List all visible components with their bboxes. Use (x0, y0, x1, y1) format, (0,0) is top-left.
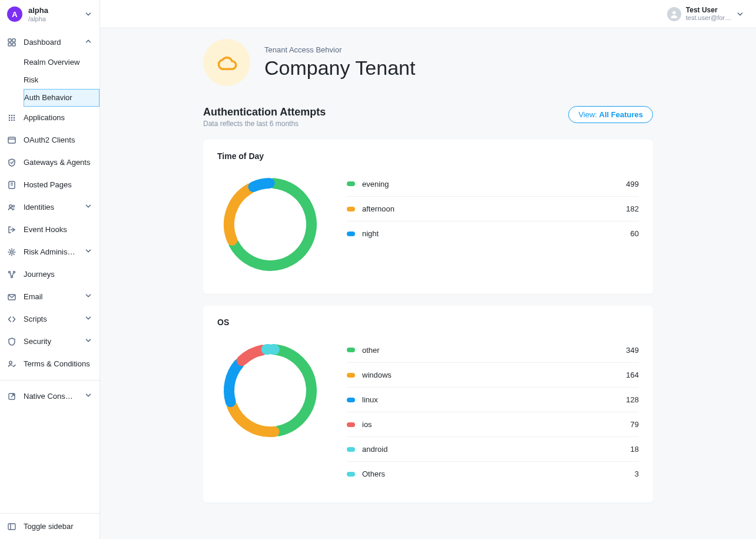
sidebar-item[interactable]: Native Consoles (0, 385, 100, 408)
sidebar-item-label: Risk Administration (24, 247, 77, 256)
sidebar-item-label: Event Hooks (24, 225, 92, 234)
sidebar-item[interactable]: Identities (0, 196, 100, 219)
sidebar-item[interactable]: Risk Administration (0, 241, 100, 263)
sidebar-subitem[interactable]: Risk (24, 71, 100, 89)
sidebar-item[interactable]: Event Hooks (0, 219, 100, 241)
legend-swatch (347, 447, 355, 452)
legend-label: night (362, 229, 624, 238)
legend-row: android18 (347, 437, 639, 461)
sidebar-item[interactable]: Dashboard (0, 31, 100, 54)
tenant-path: /alpha (28, 15, 78, 23)
sidebar-item-label: Hosted Pages (24, 180, 92, 189)
sidebar-item[interactable]: Journeys (0, 263, 100, 286)
user-email: test.user@for… (686, 14, 731, 21)
sidebar-item[interactable]: Email (0, 286, 100, 308)
legend-swatch (347, 207, 355, 211)
legend-swatch (347, 398, 355, 402)
sidebar-item-label: Gateways & Agents (24, 158, 92, 167)
shield-icon (7, 158, 16, 167)
sidebar-item-label: Security (24, 337, 77, 346)
sidebar-item-label: Journeys (24, 270, 92, 279)
legend-swatch (347, 181, 355, 186)
chevron-down-icon (84, 336, 92, 346)
sidebar-subitem-label: Risk (24, 75, 92, 84)
user-menu[interactable]: Test User test.user@for… (667, 6, 744, 21)
sidebar-item[interactable]: Scripts (0, 308, 100, 330)
topbar: Test User test.user@for… (100, 0, 756, 28)
chevron-down-icon (736, 10, 744, 18)
legend-label: Others (362, 469, 628, 478)
sidebar-item[interactable]: OAuth2 Clients (0, 129, 100, 151)
legend-swatch (347, 373, 355, 378)
legend-row: evening499 (347, 171, 639, 196)
sidebar-item[interactable]: Applications (0, 107, 100, 129)
toggle-sidebar-button[interactable]: Toggle sidebar (0, 513, 100, 539)
legend-label: afternoon (362, 204, 619, 213)
legend-label: other (362, 346, 619, 355)
legend-label: evening (362, 180, 619, 189)
chart-title: OS (217, 318, 639, 327)
exit-icon (7, 225, 16, 234)
donut-chart (217, 171, 323, 277)
sidebar-nav: DashboardRealm OverviewRiskAuth Behavior… (0, 29, 100, 513)
sidebar-item-label: Email (24, 292, 77, 301)
view-filter-value: All Features (599, 110, 643, 119)
chart-legend: other349windows164linux128ios79android18… (347, 338, 639, 486)
sidebar-item-label: Terms & Conditions (24, 359, 92, 368)
flow-icon (7, 270, 16, 279)
chevron-down-icon (84, 292, 92, 302)
apps-icon (7, 113, 16, 123)
page-icon (7, 180, 16, 190)
people-icon (7, 203, 16, 212)
sidebar-subitem-label: Realm Overview (24, 58, 92, 67)
page-title: Company Tenant (264, 57, 415, 80)
sidebar-subitem[interactable]: Auth Behavior (24, 89, 100, 107)
legend-row: afternoon182 (347, 196, 639, 221)
sidebar-icon (7, 522, 16, 531)
sidebar-item-label: Scripts (24, 315, 77, 323)
section-subtitle: Data reflects the last 6 months (203, 120, 326, 128)
legend-swatch (347, 422, 355, 427)
user-avatar-icon (667, 7, 681, 21)
tenant-name: alpha (28, 6, 78, 15)
legend-value: 18 (631, 445, 639, 454)
tenant-switcher[interactable]: A alpha /alpha (0, 0, 100, 29)
mail-icon (7, 292, 16, 302)
view-filter-button[interactable]: View: All Features (568, 106, 653, 123)
shield-o-icon (7, 337, 16, 346)
legend-value: 128 (626, 395, 639, 404)
cloud-icon (203, 39, 250, 86)
chevron-down-icon (84, 247, 92, 257)
chart-card: Time of Dayevening499afternoon182night60 (203, 140, 653, 294)
sidebar-item[interactable]: Gateways & Agents (0, 151, 100, 174)
sidebar-divider (0, 380, 100, 381)
legend-row: windows164 (347, 362, 639, 387)
person-check-icon (7, 359, 16, 369)
user-name: Test User (686, 6, 731, 14)
sidebar-item[interactable]: Security (0, 330, 100, 353)
section-title: Authentication Attempts (203, 106, 326, 118)
legend-row: ios79 (347, 412, 639, 437)
chart-legend: evening499afternoon182night60 (347, 171, 639, 246)
page-eyebrow: Tenant Access Behvior (264, 45, 415, 54)
legend-value: 182 (626, 204, 639, 213)
legend-row: other349 (347, 338, 639, 362)
sidebar-subitem[interactable]: Realm Overview (24, 54, 100, 71)
legend-value: 60 (631, 229, 639, 238)
chevron-down-icon (84, 10, 92, 18)
legend-value: 499 (626, 180, 639, 189)
chevron-down-icon (84, 202, 92, 212)
chart-title: Time of Day (217, 151, 639, 161)
toggle-sidebar-label: Toggle sidebar (24, 522, 74, 531)
legend-label: android (362, 445, 624, 454)
chart-card: OSother349windows164linux128ios79android… (203, 306, 653, 502)
view-filter-prefix: View: (578, 110, 597, 119)
sidebar-item-label: Applications (24, 113, 92, 122)
content-scroll[interactable]: Tenant Access Behvior Company Tenant Aut… (100, 28, 756, 539)
legend-label: ios (362, 420, 624, 429)
external-icon (7, 392, 16, 401)
sidebar-item[interactable]: Terms & Conditions (0, 353, 100, 375)
sidebar-item-label: Identities (24, 203, 77, 211)
sidebar-item[interactable]: Hosted Pages (0, 174, 100, 196)
legend-value: 3 (635, 469, 639, 478)
